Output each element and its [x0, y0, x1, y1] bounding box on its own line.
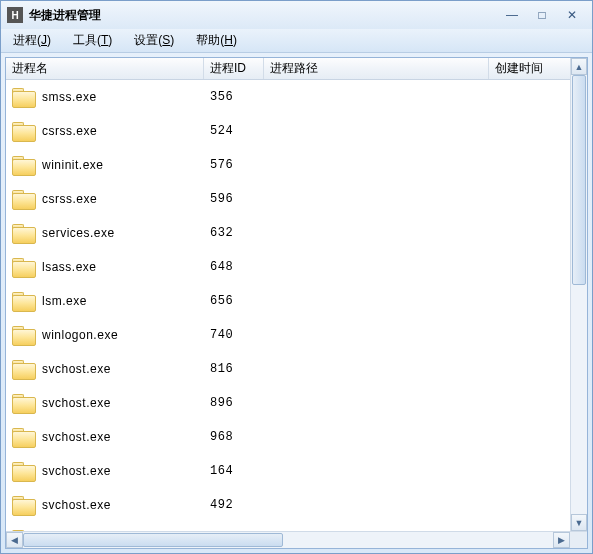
- table-row[interactable]: wininit.exe576: [6, 148, 587, 182]
- table-row[interactable]: svchost.exe968: [6, 420, 587, 454]
- process-pid: 968: [204, 430, 264, 444]
- vscroll-thumb[interactable]: [572, 75, 586, 285]
- horizontal-scrollbar[interactable]: ◀ ▶: [6, 531, 587, 548]
- menu-help[interactable]: 帮助(H): [192, 29, 241, 52]
- folder-icon: [12, 326, 34, 344]
- folder-icon: [12, 394, 34, 412]
- hscroll-track[interactable]: [23, 532, 553, 548]
- minimize-button[interactable]: —: [498, 6, 526, 24]
- table-row[interactable]: svchost.exe896: [6, 386, 587, 420]
- vertical-scrollbar[interactable]: ▲ ▼: [570, 58, 587, 531]
- menu-tools[interactable]: 工具(T): [69, 29, 116, 52]
- table-row[interactable]: lsm.exe656: [6, 284, 587, 318]
- process-name: winlogon.exe: [42, 328, 118, 342]
- folder-icon: [12, 122, 34, 140]
- process-pid: 896: [204, 396, 264, 410]
- process-name: svchost.exe: [42, 396, 111, 410]
- maximize-button[interactable]: □: [528, 6, 556, 24]
- process-name: svchost.exe: [42, 498, 111, 512]
- folder-icon: [12, 530, 34, 531]
- table-row[interactable]: svchost.exe816: [6, 352, 587, 386]
- header-name[interactable]: 进程名: [6, 58, 204, 79]
- app-icon: H: [7, 7, 23, 23]
- header-path[interactable]: 进程路径: [264, 58, 489, 79]
- scroll-right-button[interactable]: ▶: [553, 532, 570, 548]
- process-pid: 524: [204, 124, 264, 138]
- process-pid: 356: [204, 90, 264, 104]
- process-name: lsm.exe: [42, 294, 87, 308]
- folder-icon: [12, 292, 34, 310]
- table-row[interactable]: winlogon.exe740: [6, 318, 587, 352]
- process-name: svchost.exe: [42, 430, 111, 444]
- table-row[interactable]: svchost.exe164: [6, 454, 587, 488]
- app-window: H 华捷进程管理 — □ ✕ 进程(J) 工具(T) 设置(S) 帮助(H) 进…: [0, 0, 593, 554]
- table-row[interactable]: svchost.exe1036: [6, 522, 587, 531]
- process-listview[interactable]: 进程名 进程ID 进程路径 创建时间 smss.exe356csrss.exe5…: [6, 58, 587, 531]
- process-pid: 632: [204, 226, 264, 240]
- window-title: 华捷进程管理: [29, 7, 101, 24]
- process-pid: 596: [204, 192, 264, 206]
- folder-icon: [12, 428, 34, 446]
- hscroll-thumb[interactable]: [23, 533, 283, 547]
- titlebar[interactable]: H 华捷进程管理 — □ ✕: [1, 1, 592, 29]
- close-button[interactable]: ✕: [558, 6, 586, 24]
- folder-icon: [12, 258, 34, 276]
- content-frame: 进程名 进程ID 进程路径 创建时间 smss.exe356csrss.exe5…: [5, 57, 588, 549]
- process-pid: 648: [204, 260, 264, 274]
- menubar: 进程(J) 工具(T) 设置(S) 帮助(H): [1, 29, 592, 53]
- menu-settings[interactable]: 设置(S): [130, 29, 178, 52]
- process-pid: 740: [204, 328, 264, 342]
- process-name: csrss.exe: [42, 192, 97, 206]
- vscroll-track[interactable]: [571, 75, 587, 514]
- folder-icon: [12, 360, 34, 378]
- folder-icon: [12, 88, 34, 106]
- process-name: lsass.exe: [42, 260, 97, 274]
- process-pid: 816: [204, 362, 264, 376]
- scroll-down-button[interactable]: ▼: [571, 514, 587, 531]
- menu-process[interactable]: 进程(J): [9, 29, 55, 52]
- table-row[interactable]: csrss.exe524: [6, 114, 587, 148]
- process-name: services.exe: [42, 226, 115, 240]
- rows-container: smss.exe356csrss.exe524wininit.exe576csr…: [6, 80, 587, 531]
- table-row[interactable]: lsass.exe648: [6, 250, 587, 284]
- process-name: smss.exe: [42, 90, 97, 104]
- folder-icon: [12, 190, 34, 208]
- folder-icon: [12, 224, 34, 242]
- process-pid: 576: [204, 158, 264, 172]
- table-row[interactable]: services.exe632: [6, 216, 587, 250]
- table-row[interactable]: csrss.exe596: [6, 182, 587, 216]
- process-pid: 656: [204, 294, 264, 308]
- process-name: csrss.exe: [42, 124, 97, 138]
- folder-icon: [12, 496, 34, 514]
- table-row[interactable]: svchost.exe492: [6, 488, 587, 522]
- column-headers: 进程名 进程ID 进程路径 创建时间: [6, 58, 587, 80]
- scroll-corner: [570, 532, 587, 548]
- process-pid: 164: [204, 464, 264, 478]
- folder-icon: [12, 156, 34, 174]
- header-pid[interactable]: 进程ID: [204, 58, 264, 79]
- scroll-up-button[interactable]: ▲: [571, 58, 587, 75]
- process-name: wininit.exe: [42, 158, 104, 172]
- folder-icon: [12, 462, 34, 480]
- scroll-left-button[interactable]: ◀: [6, 532, 23, 548]
- process-pid: 492: [204, 498, 264, 512]
- process-name: svchost.exe: [42, 464, 111, 478]
- process-name: svchost.exe: [42, 362, 111, 376]
- table-row[interactable]: smss.exe356: [6, 80, 587, 114]
